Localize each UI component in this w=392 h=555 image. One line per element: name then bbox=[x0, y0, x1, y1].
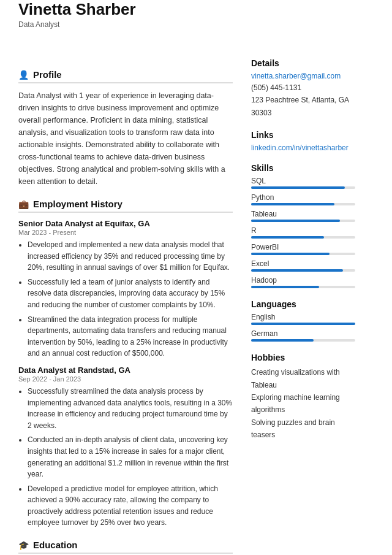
lang-name-0: English bbox=[251, 313, 355, 321]
skill-bar-bg-2 bbox=[251, 220, 355, 222]
job-bullet-1-2: Developed a predictive model for employe… bbox=[28, 483, 233, 529]
hobby-item-1: Exploring machine learning algorithms bbox=[251, 391, 355, 416]
skill-bar-fill-2 bbox=[251, 220, 340, 222]
skill-row-3: R bbox=[251, 226, 355, 239]
skill-name-5: Excel bbox=[251, 259, 355, 268]
education-section-title: 🎓 Education bbox=[18, 540, 233, 554]
languages-container: English German bbox=[251, 313, 355, 342]
skills-container: SQL Python Tableau R PowerBI E bbox=[251, 177, 355, 288]
lang-bar-fill-0 bbox=[251, 323, 355, 325]
lang-row-1: German bbox=[251, 329, 355, 342]
skill-bar-bg-0 bbox=[251, 186, 355, 189]
skill-bar-bg-1 bbox=[251, 203, 355, 205]
resume-header: Vinetta Sharber Data Analyst bbox=[0, 0, 392, 29]
skill-name-3: R bbox=[251, 226, 355, 235]
skill-name-2: Tableau bbox=[251, 210, 355, 218]
skill-row-2: Tableau bbox=[251, 210, 355, 222]
job-title-1: Data Analyst at Randstad, GA bbox=[18, 366, 233, 375]
job-bullets-0: Developed and implemented a new data ana… bbox=[18, 239, 233, 359]
job-bullets-1: Successfully streamlined the data analys… bbox=[18, 386, 233, 529]
skill-bar-fill-1 bbox=[251, 203, 334, 205]
job-bullet-0-0: Developed and implemented a new data ana… bbox=[28, 239, 233, 274]
details-title: Details bbox=[251, 58, 355, 68]
hobbies-container: Creating visualizations with TableauExpl… bbox=[251, 366, 355, 441]
left-column: 👤 Profile Data Analyst with 1 year of ex… bbox=[0, 58, 245, 555]
lang-bar-fill-1 bbox=[251, 339, 314, 342]
candidate-subtitle: Data Analyst bbox=[18, 20, 380, 29]
skill-name-4: PowerBI bbox=[251, 243, 355, 251]
details-email[interactable]: vinetta.sharber@gmail.com bbox=[251, 72, 355, 80]
job-bullet-1-1: Conducted an in-depth analysis of client… bbox=[28, 434, 233, 480]
details-address: 123 Peachtree St, Atlanta, GA 30303 bbox=[251, 94, 355, 119]
job-bullet-0-1: Successfully led a team of junior analys… bbox=[28, 277, 233, 311]
skill-bar-fill-5 bbox=[251, 269, 343, 272]
lang-bar-bg-1 bbox=[251, 339, 355, 342]
job-date-0: Mar 2023 - Present bbox=[18, 229, 233, 236]
skill-row-0: SQL bbox=[251, 177, 355, 189]
employment-section-title: 💼 Employment History bbox=[18, 199, 233, 213]
links-title: Links bbox=[251, 130, 355, 140]
skill-bar-bg-5 bbox=[251, 269, 355, 272]
right-column: Details vinetta.sharber@gmail.com (505) … bbox=[245, 58, 368, 555]
skill-bar-fill-3 bbox=[251, 236, 324, 239]
skill-row-5: Excel bbox=[251, 259, 355, 272]
lang-name-1: German bbox=[251, 329, 355, 338]
skill-name-0: SQL bbox=[251, 177, 355, 185]
job-bullet-0-2: Streamlined the data integration process… bbox=[28, 314, 233, 359]
skill-bar-fill-0 bbox=[251, 186, 345, 189]
page-body: 👤 Profile Data Analyst with 1 year of ex… bbox=[0, 40, 392, 555]
job-date-1: Sep 2022 - Jan 2023 bbox=[18, 375, 233, 383]
lang-bar-bg-0 bbox=[251, 323, 355, 325]
hobby-item-2: Solving puzzles and brain teasers bbox=[251, 416, 355, 442]
skill-bar-bg-4 bbox=[251, 253, 355, 255]
skill-bar-fill-4 bbox=[251, 253, 330, 255]
profile-text: Data Analyst with 1 year of experience i… bbox=[18, 90, 233, 188]
skill-name-1: Python bbox=[251, 193, 355, 202]
details-phone: (505) 445-1131 bbox=[251, 82, 355, 94]
skill-row-4: PowerBI bbox=[251, 243, 355, 255]
skill-bar-bg-6 bbox=[251, 286, 355, 288]
candidate-name: Vinetta Sharber bbox=[18, 0, 380, 19]
profile-icon: 👤 bbox=[18, 70, 29, 80]
languages-title: Languages bbox=[251, 299, 355, 309]
hobby-item-0: Creating visualizations with Tableau bbox=[251, 366, 355, 391]
profile-section-title: 👤 Profile bbox=[18, 69, 233, 83]
skill-bar-bg-3 bbox=[251, 236, 355, 239]
linkedin-link[interactable]: linkedin.com/in/vinettasharber bbox=[251, 144, 355, 152]
skill-row-6: Hadoop bbox=[251, 276, 355, 288]
job-title-0: Senior Data Analyst at Equifax, GA bbox=[18, 219, 233, 228]
employment-icon: 💼 bbox=[18, 199, 29, 209]
skill-bar-fill-6 bbox=[251, 286, 319, 288]
education-icon: 🎓 bbox=[18, 540, 29, 550]
job-bullet-1-0: Successfully streamlined the data analys… bbox=[28, 386, 233, 431]
skills-title: Skills bbox=[251, 163, 355, 173]
skill-name-6: Hadoop bbox=[251, 276, 355, 285]
lang-row-0: English bbox=[251, 313, 355, 325]
hobbies-title: Hobbies bbox=[251, 353, 355, 362]
skill-row-1: Python bbox=[251, 193, 355, 205]
